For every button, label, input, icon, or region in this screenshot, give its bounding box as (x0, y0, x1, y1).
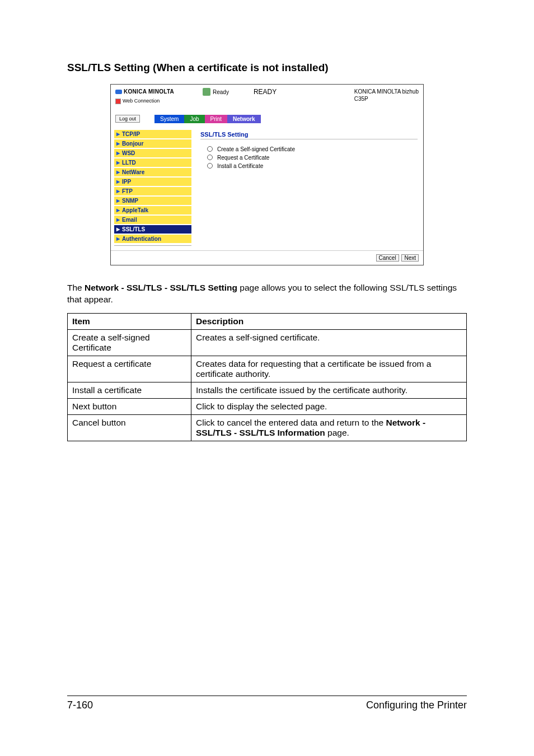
footer-title: Configuring the Printer (366, 699, 467, 711)
chevron-right-icon: ▶ (116, 189, 120, 194)
model-line1: KONICA MINOLTA bizhub (354, 88, 419, 95)
pagescope-icon (115, 99, 121, 104)
sidebar-item-ftp[interactable]: ▶FTP (114, 187, 191, 195)
tab-system[interactable]: System (154, 115, 184, 123)
tab-print[interactable]: Print (205, 115, 228, 123)
table-row: Next button Click to display the selecte… (68, 399, 467, 415)
chevron-right-icon: ▶ (116, 236, 120, 241)
chevron-right-icon: ▶ (116, 227, 120, 232)
chevron-right-icon: ▶ (116, 160, 120, 165)
panel-heading: SSL/TLS Setting (200, 131, 418, 139)
table-row: Cancel button Click to cancel the entere… (68, 415, 467, 441)
tab-bar: System Job Print Network (154, 115, 260, 123)
sidebar-item-appletalk[interactable]: ▶AppleTalk (114, 206, 191, 214)
sidebar-item-wsd[interactable]: ▶WSD (114, 149, 191, 157)
option-request-certificate[interactable]: Request a Certificate (200, 153, 418, 162)
subbrand-text: Web Connection (123, 98, 160, 104)
option-create-self-signed[interactable]: Create a Self-signed Certificate (200, 145, 418, 153)
cancel-button[interactable]: Cancel (376, 254, 399, 262)
table-row: Create a self-signed Certificate Creates… (68, 330, 467, 356)
sidebar-item-netware[interactable]: ▶NetWare (114, 168, 191, 176)
option-install-certificate[interactable]: Install a Certificate (200, 162, 418, 170)
radio-icon (207, 155, 213, 160)
section-title: SSL/TLS Setting (When a certificate is n… (67, 62, 467, 74)
chevron-right-icon: ▶ (116, 132, 120, 137)
sidebar-item-authentication[interactable]: ▶Authentication (114, 235, 191, 243)
option-label: Create a Self-signed Certificate (217, 146, 295, 152)
brand-badge-icon (115, 90, 122, 94)
radio-icon (207, 163, 213, 169)
chevron-right-icon: ▶ (116, 208, 120, 213)
logout-button[interactable]: Log out (115, 115, 140, 123)
sidebar: ▶TCP/IP ▶Bonjour ▶WSD ▶LLTD ▶NetWare ▶IP… (111, 127, 195, 250)
content-panel: SSL/TLS Setting Create a Self-signed Cer… (195, 127, 423, 250)
th-description: Description (191, 314, 467, 330)
status-ready-large: READY (254, 88, 277, 96)
table-row: Request a certificate Creates data for r… (68, 356, 467, 382)
table-row: Install a certificate Installs the certi… (68, 382, 467, 399)
sidebar-item-lltd[interactable]: ▶LLTD (114, 158, 191, 167)
chevron-right-icon: ▶ (116, 170, 120, 175)
chevron-right-icon: ▶ (116, 141, 120, 146)
printer-icon (203, 88, 210, 96)
description-table: Item Description Create a self-signed Ce… (67, 313, 467, 441)
option-label: Install a Certificate (217, 163, 263, 169)
sidebar-item-bonjour[interactable]: ▶Bonjour (114, 139, 191, 148)
page-number: 7-160 (67, 699, 93, 711)
sidebar-item-tcpip[interactable]: ▶TCP/IP (114, 130, 191, 138)
sidebar-item-snmp[interactable]: ▶SNMP (114, 197, 191, 205)
model-line2: C35P (354, 95, 419, 102)
sidebar-item-email[interactable]: ▶Email (114, 216, 191, 224)
screenshot-footer: Cancel Next (111, 250, 423, 265)
tab-job[interactable]: Job (184, 115, 204, 123)
chevron-right-icon: ▶ (116, 198, 120, 203)
option-label: Request a Certificate (217, 155, 269, 161)
brand-text: KONICA MINOLTA (124, 88, 174, 95)
th-item: Item (68, 314, 191, 330)
embedded-screenshot: KONICA MINOLTA Web Connection Ready READ… (110, 84, 424, 265)
chevron-right-icon: ▶ (116, 217, 120, 222)
next-button[interactable]: Next (401, 254, 419, 262)
body-paragraph: The Network - SSL/TLS - SSL/TLS Setting … (67, 282, 467, 306)
status-ready-small: Ready (213, 89, 229, 95)
tab-network[interactable]: Network (227, 115, 260, 123)
page-footer: 7-160 Configuring the Printer (67, 696, 467, 711)
chevron-right-icon: ▶ (116, 179, 120, 184)
sidebar-item-ssltls[interactable]: ▶SSL/TLS (114, 225, 191, 234)
radio-icon (207, 146, 213, 152)
sidebar-item-ipp[interactable]: ▶IPP (114, 178, 191, 186)
chevron-right-icon: ▶ (116, 151, 120, 156)
